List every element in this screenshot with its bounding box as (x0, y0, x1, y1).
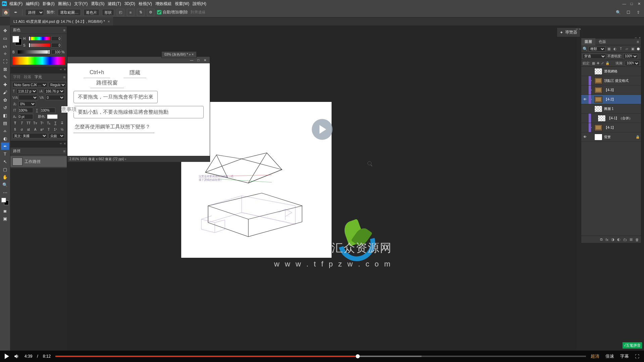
share-icon[interactable]: ⇪ (635, 9, 641, 15)
panel-close-icon[interactable]: × (64, 68, 66, 72)
saturation-slider[interactable] (29, 44, 50, 47)
window-minimize-icon[interactable]: — (621, 0, 628, 7)
stylistic-button[interactable]: st (26, 127, 31, 132)
tab-channels[interactable]: 色版 (595, 38, 609, 45)
menu-select[interactable]: 選取(S) (91, 1, 104, 7)
brush-tool-icon[interactable]: 🖌 (1, 88, 9, 96)
blur-tool-icon[interactable]: ஃ (1, 127, 9, 134)
ordinal-button[interactable]: 1ˢ (53, 127, 58, 132)
layer-row[interactable]: 【4-1】（合併） (581, 114, 641, 123)
tab-close-icon[interactable]: × (192, 53, 194, 56)
subscript-button[interactable]: T₁ (46, 120, 51, 126)
speed-button[interactable]: 倍速 (605, 353, 614, 359)
tab-close-icon[interactable]: × (108, 19, 110, 23)
font-weight-select[interactable]: Regular (49, 82, 66, 87)
move-tool-icon[interactable]: ✥ (1, 27, 9, 34)
gear-icon[interactable]: ⚙ (147, 9, 154, 16)
panel-collapse-icon[interactable]: ‹‹ (60, 68, 62, 72)
tab-paragraph[interactable]: 段落 (24, 74, 31, 79)
shape-tool-icon[interactable]: ▢ (1, 166, 9, 173)
lasso-tool-icon[interactable]: ᔕ (1, 42, 9, 50)
layer-row[interactable]: › 【4-1】 (581, 123, 641, 132)
tab-layers[interactable]: 圖層 (581, 38, 595, 45)
kerning-select[interactable] (18, 95, 38, 100)
smallcaps-button[interactable]: Tᴛ (33, 120, 38, 126)
make-selection-button[interactable]: 選取範圍… (58, 9, 81, 16)
auto-add-delete-checkbox[interactable]: 自動增加/刪除 (157, 9, 188, 15)
blend-mode-select[interactable]: 穿過 (583, 54, 606, 59)
italic-button[interactable]: T (19, 120, 24, 126)
menu-view[interactable]: 檢視(V) (139, 1, 152, 7)
hue-input[interactable] (51, 36, 61, 41)
window-close-icon[interactable]: ✕ (635, 0, 643, 7)
eraser-tool-icon[interactable]: ◧ (1, 112, 9, 119)
panel-close-icon[interactable]: × (64, 142, 66, 146)
ligature-button[interactable]: fi (12, 127, 18, 132)
panel-menu-icon[interactable]: ≡ (63, 75, 65, 79)
video-play-overlay-button[interactable] (312, 119, 333, 140)
fractions-button[interactable]: T (46, 127, 51, 132)
hue-slider[interactable] (29, 37, 50, 40)
path-select-tool-icon[interactable]: ↖ (1, 158, 9, 165)
search-icon[interactable]: 🔍 (583, 47, 588, 51)
tool-mode-select[interactable]: 路徑 (25, 9, 44, 16)
layer-row[interactable]: 透視網格 (581, 67, 641, 76)
document-tab[interactable]: L1 A01 45度房屋 組4.psd @ 14.7% (【4-2】, RGB/… (10, 17, 113, 25)
tracking-input[interactable]: 0 (45, 95, 65, 100)
oldstyleligs-button[interactable]: σ (19, 127, 24, 132)
layer-row[interactable]: 👁 背景 🔒 (581, 132, 641, 142)
underline-button[interactable]: T (53, 120, 58, 126)
visibility-toggle-icon[interactable]: 👁 (581, 98, 589, 101)
path-operations-icon[interactable]: ◰ (117, 9, 124, 16)
path-item[interactable]: 工作路徑 (10, 156, 67, 167)
filter-shape-icon[interactable]: ▱ (625, 47, 629, 51)
floating-document-window[interactable]: 03% (灰色/8#) * » × — □ ✕ Ctrl+h 隱藏 路徑視窗 意… (67, 56, 210, 162)
adjustment-layer-icon[interactable]: ◐ (617, 237, 621, 242)
filter-adjust-icon[interactable]: ◐ (613, 47, 617, 51)
baseline-input[interactable] (18, 114, 33, 119)
path-alignment-icon[interactable]: ≡ (127, 9, 134, 16)
lock-artboard-icon[interactable]: ⤢ (601, 61, 604, 65)
path-arrangement-icon[interactable]: ⇅ (137, 9, 144, 16)
bold-button[interactable]: T (12, 120, 18, 126)
visibility-toggle-icon[interactable]: 👁 (581, 135, 589, 139)
tab-dropdown-icon[interactable]: » (189, 53, 191, 56)
panel-collapse-icon[interactable]: ‹‹ (576, 27, 578, 31)
menu-edit[interactable]: 編輯(E) (26, 1, 39, 7)
lock-pixels-icon[interactable]: ▦ (592, 61, 595, 65)
link-layers-icon[interactable]: ⧉ (600, 237, 603, 242)
vscale-input[interactable] (18, 108, 33, 113)
allcaps-button[interactable]: TT (26, 120, 31, 126)
make-shape-button[interactable]: 形狀 (102, 9, 114, 16)
filter-pixel-icon[interactable]: ▦ (607, 47, 611, 51)
panel-collapse-icon[interactable]: ‹‹ (60, 142, 62, 146)
floating-doc-tab[interactable]: 03% (灰色/8#) * » × (161, 51, 197, 58)
fullscreen-icon[interactable]: ⛶ (635, 354, 639, 359)
gradient-tool-icon[interactable]: ▤ (1, 119, 9, 127)
titling-button[interactable]: A (33, 127, 38, 132)
fill-input[interactable]: 100% (625, 61, 640, 66)
superscript-button[interactable]: T¹ (39, 120, 45, 126)
font-size-input[interactable]: 118.12 pt (16, 88, 37, 94)
more-tools-icon[interactable]: ⋯ (1, 189, 9, 196)
leading-input[interactable]: 166.76 pt (44, 88, 65, 94)
antialias-select[interactable]: 尖銳 (49, 133, 65, 138)
text-color-well[interactable] (47, 114, 58, 119)
layer-row[interactable]: › 頂點三 提交格式 (581, 76, 641, 85)
lock-position-icon[interactable]: ✚ (597, 61, 599, 65)
color-swatch[interactable] (1, 198, 9, 205)
stamp-tool-icon[interactable]: ✿ (1, 96, 9, 104)
dodge-tool-icon[interactable]: ◐ (1, 135, 9, 142)
panel-close-icon[interactable]: × (579, 27, 581, 31)
progress-track[interactable] (55, 356, 586, 357)
layer-style-icon[interactable]: fx (605, 238, 608, 242)
ime-indicator[interactable]: √五笔拼音 (623, 342, 642, 349)
brightness-input[interactable] (51, 50, 61, 54)
filter-toggle[interactable] (637, 48, 640, 50)
tsume-input[interactable]: 0% (18, 101, 36, 107)
layer-row[interactable]: › 【4-3】 (581, 85, 641, 95)
ordinals-button[interactable]: aᵈ (39, 127, 45, 132)
panel-menu-icon[interactable]: ≡ (63, 28, 65, 32)
filter-kind-select[interactable]: 種類 (589, 46, 605, 52)
menu-type[interactable]: 文字(Y) (74, 1, 88, 7)
